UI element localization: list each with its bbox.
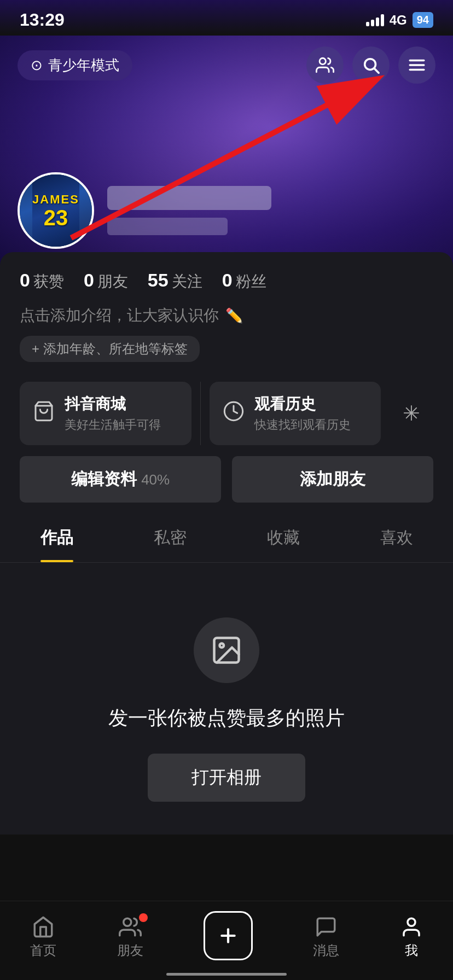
empty-icon-wrap (194, 617, 259, 683)
status-time: 13:29 (20, 10, 65, 30)
svg-point-11 (220, 644, 224, 648)
menu-icon (408, 56, 426, 74)
stat-likes-label: 获赞 (33, 271, 64, 292)
svg-line-2 (374, 68, 379, 73)
messages-icon (315, 915, 338, 938)
top-nav: ⊙ 青少年模式 (0, 36, 453, 95)
stat-likes: 0 获赞 (20, 270, 64, 292)
open-album-label: 打开相册 (191, 767, 262, 787)
stats-row: 0 获赞 0 朋友 55 关注 0 粉丝 (0, 252, 453, 303)
jersey-number: 23 (44, 207, 68, 229)
battery-indicator: 94 (413, 12, 433, 28)
tab-favorites-label: 收藏 (267, 528, 300, 546)
service-extra-button[interactable]: ✳ (390, 382, 433, 445)
avatar[interactable]: JAMES 23 (18, 172, 94, 249)
bio-row[interactable]: 点击添加介绍，让大家认识你 ✏️ (0, 303, 453, 334)
avatar-inner: JAMES 23 (20, 174, 92, 247)
username-area (107, 186, 271, 235)
stat-following-num: 55 (148, 270, 169, 291)
me-icon (400, 915, 423, 938)
tabs-row: 作品 私密 收藏 喜欢 (0, 514, 453, 563)
stat-fans-num: 0 (222, 270, 233, 291)
bottom-nav: 首页 朋友 消息 我 (0, 901, 453, 980)
add-tag-label: + 添加年龄、所在地等标签 (32, 340, 188, 358)
edit-bio-icon[interactable]: ✏️ (225, 307, 243, 324)
stat-friends: 0 朋友 (84, 270, 128, 292)
asterisk-icon: ✳ (403, 401, 420, 425)
search-icon (362, 56, 380, 74)
tags-row: + 添加年龄、所在地等标签 (0, 334, 453, 373)
bottom-nav-messages-label: 消息 (313, 942, 339, 959)
bottom-nav-me[interactable]: 我 (400, 915, 423, 959)
friends-bottom-icon (119, 915, 142, 938)
shop-sub: 美好生活触手可得 (65, 417, 161, 433)
username-sub-blur (107, 218, 228, 235)
bottom-nav-home-label: 首页 (30, 942, 56, 959)
main-content: 0 获赞 0 朋友 55 关注 0 粉丝 点击添加介绍，让大家认识你 ✏️ + … (0, 252, 453, 835)
add-friend-button[interactable]: 添加朋友 (232, 456, 433, 503)
open-album-button[interactable]: 打开相册 (148, 754, 305, 802)
stat-friends-num: 0 (84, 270, 94, 291)
plus-icon (217, 925, 239, 947)
friends-icon (316, 56, 334, 74)
network-label: 4G (390, 13, 407, 28)
add-friend-label: 添加朋友 (300, 470, 365, 488)
tab-works-label: 作品 (40, 528, 73, 546)
jersey-name: JAMES (32, 192, 79, 207)
edit-profile-pct: 40% (141, 471, 170, 488)
photo-icon (210, 634, 243, 667)
youth-mode-badge[interactable]: ⊙ 青少年模式 (18, 50, 132, 80)
action-buttons: 编辑资料 40% 添加朋友 (20, 456, 433, 503)
history-service-card[interactable]: 观看历史 快速找到观看历史 (210, 382, 381, 445)
home-indicator (166, 973, 287, 976)
shop-service-card[interactable]: 抖音商城 美好生活触手可得 (20, 382, 191, 445)
edit-profile-button[interactable]: 编辑资料 40% (20, 456, 221, 503)
add-button[interactable] (204, 911, 253, 960)
shop-icon (33, 400, 55, 427)
svg-point-15 (408, 918, 415, 926)
bottom-nav-home[interactable]: 首页 (30, 915, 56, 959)
username-blur (107, 186, 271, 210)
search-icon-button[interactable] (352, 46, 390, 84)
stat-fans-label: 粉丝 (236, 271, 266, 292)
history-info: 观看历史 快速找到观看历史 (254, 394, 351, 433)
cover-area: ⊙ 青少年模式 (0, 36, 453, 265)
youth-mode-label: 青少年模式 (48, 56, 119, 75)
shop-info: 抖音商城 美好生活触手可得 (65, 394, 161, 433)
tab-works[interactable]: 作品 (0, 514, 113, 562)
empty-content: 发一张你被点赞最多的照片 打开相册 (0, 563, 453, 835)
bio-text: 点击添加介绍，让大家认识你 (20, 305, 219, 326)
svg-point-0 (320, 58, 326, 64)
menu-icon-button[interactable] (398, 46, 435, 84)
history-title: 观看历史 (254, 394, 351, 415)
friend-notification-dot (139, 913, 148, 922)
service-divider (200, 382, 201, 445)
bottom-nav-me-label: 我 (405, 942, 418, 959)
signal-icon (366, 14, 384, 26)
stat-friends-label: 朋友 (97, 271, 128, 292)
shop-title: 抖音商城 (65, 394, 161, 415)
bottom-nav-add[interactable] (204, 911, 253, 964)
history-sub: 快速找到观看历史 (254, 417, 351, 433)
tab-favorites[interactable]: 收藏 (226, 514, 340, 562)
profile-cover-info: JAMES 23 (18, 172, 271, 249)
bottom-nav-messages[interactable]: 消息 (313, 915, 339, 959)
nav-icons (306, 46, 435, 84)
friends-icon-button[interactable] (306, 46, 344, 84)
stat-following-label: 关注 (172, 271, 202, 292)
empty-text: 发一张你被点赞最多的照片 (108, 705, 345, 732)
bottom-nav-friends[interactable]: 朋友 (117, 915, 143, 959)
tab-private[interactable]: 私密 (113, 514, 226, 562)
tab-likes[interactable]: 喜欢 (340, 514, 453, 562)
status-bar: 13:29 4G 94 (0, 0, 453, 36)
stat-likes-num: 0 (20, 270, 30, 291)
history-icon (223, 400, 245, 427)
add-tag-button[interactable]: + 添加年龄、所在地等标签 (20, 336, 200, 362)
home-icon (32, 915, 55, 938)
youth-icon: ⊙ (31, 57, 43, 74)
tab-private-label: 私密 (154, 528, 187, 546)
bottom-nav-friends-label: 朋友 (117, 942, 143, 959)
stat-following[interactable]: 55 关注 (148, 270, 202, 292)
status-icons: 4G 94 (366, 12, 433, 28)
stat-fans: 0 粉丝 (222, 270, 266, 292)
